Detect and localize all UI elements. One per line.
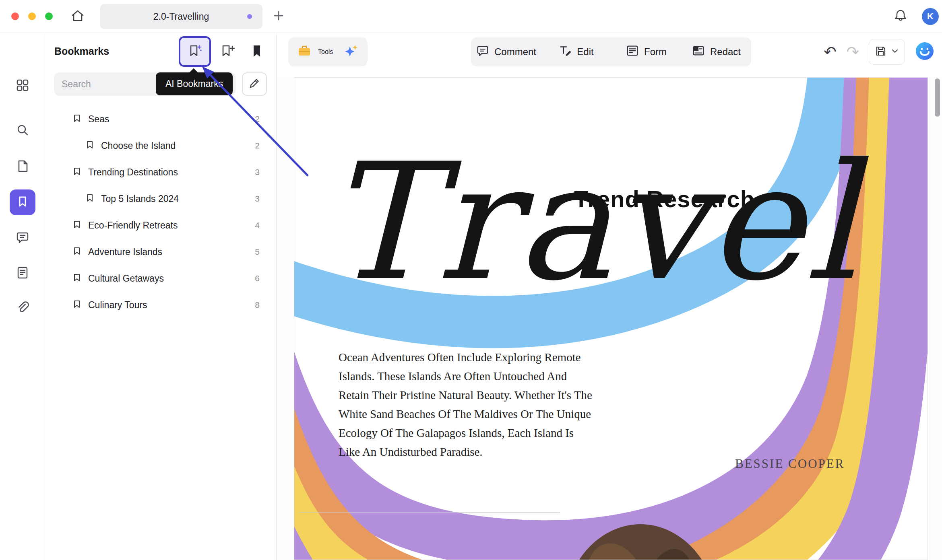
plus-icon (273, 10, 285, 23)
close-window-button[interactable] (11, 12, 19, 20)
cover-body-text: Ocean Adventures Often Include Exploring… (339, 348, 592, 461)
comment-bubble-icon (15, 230, 30, 246)
home-icon (70, 8, 85, 25)
attachments-panel-button[interactable] (0, 301, 45, 317)
undo-button[interactable]: ↶ (824, 44, 837, 60)
new-tab-button[interactable] (271, 8, 287, 25)
main-toolbar: Tools Comment Edit Form R (277, 33, 942, 77)
tab-title: 2.0-Travelling (153, 11, 209, 22)
file-icon (15, 159, 30, 175)
bookmark-page-number: 3 (255, 167, 260, 177)
comment-icon (476, 44, 490, 60)
vertical-scrollbar-thumb[interactable] (935, 78, 940, 117)
document-lines-icon (15, 266, 30, 282)
bookmark-item-icon (72, 273, 82, 284)
thumbnails-panel-button[interactable] (0, 78, 45, 94)
add-bookmark-button[interactable] (217, 41, 239, 63)
notifications-button[interactable] (892, 8, 909, 25)
redact-mode-button[interactable]: Redact (681, 37, 751, 66)
pencil-icon (248, 77, 261, 91)
bookmark-row[interactable]: Culinary Tours 8 (45, 292, 277, 318)
edit-text-icon (558, 44, 572, 60)
bookmark-item-icon (72, 167, 82, 178)
save-split-button[interactable] (869, 39, 905, 65)
comments-panel-button[interactable] (0, 230, 45, 246)
bookmarks-panel-button[interactable] (10, 189, 35, 215)
bookmark-plus-icon (220, 43, 236, 61)
bell-icon (893, 8, 908, 25)
search-panel-button[interactable] (0, 123, 45, 139)
form-icon (626, 44, 639, 60)
bookmark-filled-icon (249, 43, 265, 61)
pdf-page[interactable]: Travel Trend Research Ocean Adventures O… (294, 77, 928, 560)
edit-bookmarks-button[interactable] (242, 72, 267, 96)
toolbox-icon (297, 44, 312, 60)
bookmark-page-number: 3 (255, 194, 260, 204)
edit-label: Edit (577, 46, 593, 58)
tools-group: Tools (288, 37, 368, 66)
bookmark-row[interactable]: Cultural Getaways 6 (45, 265, 277, 292)
bookmark-page-number: 8 (255, 300, 260, 310)
comment-mode-button[interactable]: Comment (471, 37, 541, 66)
chevron-down-icon[interactable] (891, 48, 899, 56)
bookmark-item-icon (72, 113, 82, 125)
bookmark-page-number: 2 (255, 114, 260, 124)
bookmark-label: Seas (88, 114, 109, 125)
user-avatar[interactable]: K (922, 8, 939, 25)
redact-icon (692, 44, 705, 60)
bookmark-row[interactable]: Choose the Island 2 (45, 132, 277, 159)
redact-label: Redact (710, 46, 741, 58)
save-icon (875, 45, 887, 59)
zoom-window-button[interactable] (45, 12, 53, 20)
bookmark-item-icon (72, 220, 82, 231)
history-save-group: ↶ ↷ (824, 37, 935, 66)
paperclip-icon (15, 301, 30, 317)
ai-bookmark-icon (187, 43, 203, 60)
bookmark-item-icon (85, 140, 95, 151)
home-button[interactable] (69, 8, 86, 25)
avatar-initial: K (927, 11, 934, 22)
minimize-window-button[interactable] (28, 12, 36, 20)
ai-bookmarks-tooltip: AI Bookmarks (156, 72, 233, 95)
form-mode-button[interactable]: Form (611, 37, 681, 66)
bookmark-label: Top 5 Islands 2024 (101, 194, 179, 204)
document-tab[interactable]: 2.0-Travelling (100, 4, 262, 29)
bookmark-row[interactable]: Seas 2 (45, 106, 277, 132)
mode-switcher: Comment Edit Form Redact (471, 37, 751, 66)
left-icon-rail (0, 33, 45, 560)
bookmark-item-icon (72, 299, 82, 311)
bookmark-row[interactable]: Adventure Islands 5 (45, 239, 277, 265)
bookmark-row[interactable]: Trending Destinations 3 (45, 159, 277, 185)
document-canvas[interactable]: Travel Trend Research Ocean Adventures O… (277, 77, 942, 560)
bookmark-icon (15, 194, 30, 210)
tools-button[interactable]: Tools (318, 48, 333, 56)
cover-script-title: Travel (326, 138, 859, 307)
bookmark-label: Choose the Island (101, 140, 176, 151)
search-icon (15, 123, 30, 139)
bookmark-label: Trending Destinations (88, 167, 178, 178)
pages-panel-button[interactable] (0, 159, 45, 175)
ai-assistant-button[interactable] (915, 41, 935, 63)
ai-bookmarks-button[interactable] (179, 36, 211, 67)
form-label: Form (644, 46, 667, 58)
panel-title: Bookmarks (54, 45, 109, 57)
notes-panel-button[interactable] (0, 266, 45, 282)
bookmark-row[interactable]: Top 5 Islands 2024 3 (45, 185, 277, 212)
redo-button[interactable]: ↷ (846, 44, 859, 60)
bookmark-page-number: 6 (255, 274, 260, 283)
traffic-lights (11, 12, 53, 20)
edit-mode-button[interactable]: Edit (541, 37, 611, 66)
comment-label: Comment (494, 46, 536, 58)
tooltip-text: AI Bookmarks (165, 78, 223, 89)
bookmark-label: Culinary Tours (88, 300, 147, 311)
bookmark-item-icon (72, 246, 82, 257)
bookmark-row[interactable]: Eco-Friendly Retreats 4 (45, 212, 277, 239)
bookmark-item-icon (85, 193, 95, 204)
bookmark-page-number: 4 (255, 220, 260, 230)
bookmark-label: Eco-Friendly Retreats (88, 220, 178, 231)
bookmark-page-number: 5 (255, 247, 260, 257)
bookmark-tree: Seas 2 Choose the Island 2 Trending Dest… (45, 106, 277, 318)
cover-author: BESSIE COOPER (735, 457, 845, 471)
ai-sparkles-icon[interactable] (343, 43, 359, 60)
bookmark-manager-button[interactable] (246, 41, 268, 63)
